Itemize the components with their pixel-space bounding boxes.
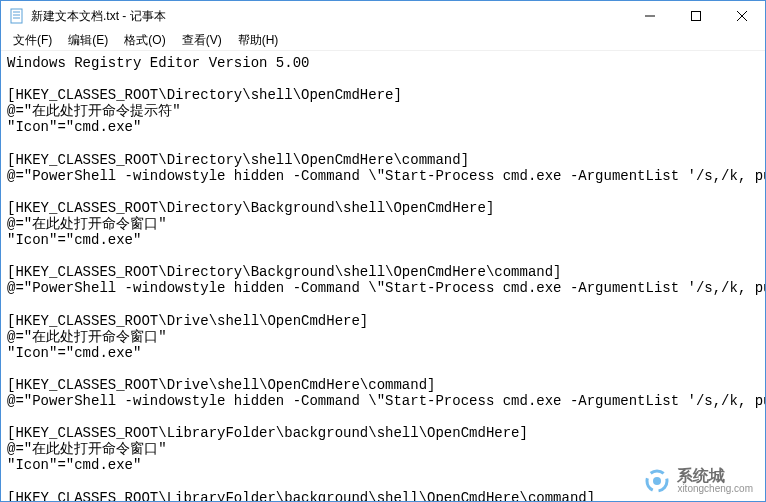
watermark: 系统城 xitongcheng.com — [643, 467, 753, 495]
window-controls — [627, 1, 765, 31]
menu-help[interactable]: 帮助(H) — [230, 30, 287, 51]
minimize-button[interactable] — [627, 1, 673, 31]
notepad-icon — [9, 8, 25, 24]
titlebar: 新建文本文档.txt - 记事本 — [1, 1, 765, 31]
watermark-title: 系统城 — [677, 468, 753, 484]
text-area[interactable]: Windows Registry Editor Version 5.00 [HK… — [1, 51, 765, 501]
menu-edit[interactable]: 编辑(E) — [60, 30, 116, 51]
watermark-url: xitongcheng.com — [677, 484, 753, 494]
window-title: 新建文本文档.txt - 记事本 — [31, 8, 627, 25]
menu-format[interactable]: 格式(O) — [116, 30, 173, 51]
menubar: 文件(F) 编辑(E) 格式(O) 查看(V) 帮助(H) — [1, 31, 765, 51]
maximize-button[interactable] — [673, 1, 719, 31]
menu-view[interactable]: 查看(V) — [174, 30, 230, 51]
svg-rect-0 — [11, 9, 22, 23]
close-button[interactable] — [719, 1, 765, 31]
menu-file[interactable]: 文件(F) — [5, 30, 60, 51]
watermark-logo-icon — [643, 467, 671, 495]
svg-rect-5 — [692, 12, 701, 21]
svg-point-9 — [653, 477, 661, 485]
